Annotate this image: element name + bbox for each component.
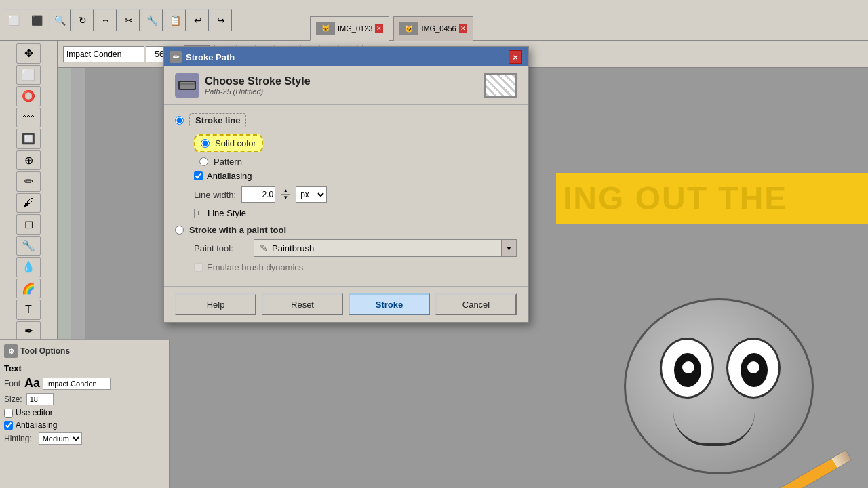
- tool-options-title: Tool Options: [20, 346, 70, 356]
- toolbar-btn-select[interactable]: ⬜: [3, 9, 24, 31]
- line-width-unit-select[interactable]: px mm in pt: [296, 186, 327, 203]
- solid-color-label: Solid color: [215, 138, 256, 148]
- char-eye-left-pupil: [674, 353, 701, 387]
- dialog-close-button[interactable]: ×: [509, 50, 522, 64]
- use-editor-row: Use editor: [4, 408, 165, 418]
- pattern-radio[interactable]: [199, 157, 208, 166]
- font-preview-aa: Aa: [24, 376, 40, 390]
- tool-fuzzy[interactable]: 🔲: [16, 129, 41, 149]
- tool-rect-select[interactable]: ⬜: [16, 65, 41, 85]
- tab-1-close[interactable]: ✕: [375, 24, 383, 33]
- hinting-select[interactable]: Medium: [39, 432, 82, 445]
- tab-1[interactable]: 🐱 IMG_0123 ✕: [310, 16, 389, 41]
- reset-button[interactable]: Reset: [262, 293, 343, 315]
- line-width-down[interactable]: ▼: [281, 195, 290, 201]
- stroke-line-radio[interactable]: [175, 116, 184, 125]
- tab-2-label: IMG_0456: [421, 24, 456, 33]
- tool-eraser[interactable]: ◻: [16, 214, 41, 235]
- emulate-brush-row: Emulate brush dynamics: [175, 262, 517, 272]
- tool-pencil[interactable]: ✏: [16, 171, 41, 192]
- tool-options-panel: ⚙ Tool Options Text Font Aa Size: Use ed…: [0, 339, 170, 488]
- paint-tool-dropdown-arrow[interactable]: ▼: [501, 240, 516, 256]
- dialog-header-subtitle: Path-25 (Untitled): [205, 87, 311, 96]
- use-editor-label: Use editor: [16, 408, 53, 418]
- font-name-input[interactable]: [63, 46, 144, 62]
- pattern-label: Pattern: [214, 157, 242, 167]
- tool-fill[interactable]: 💧: [16, 257, 41, 277]
- solid-color-radio[interactable]: [201, 139, 210, 148]
- tool-paintbrush[interactable]: 🖌: [16, 193, 41, 214]
- yellow-banner: ING OUT THE: [556, 173, 868, 224]
- help-button[interactable]: Help: [175, 293, 256, 315]
- tab-2-close[interactable]: ✕: [459, 24, 467, 33]
- line-style-row: + Line Style: [194, 208, 517, 218]
- dialog-header-text: Choose Stroke Style Path-25 (Untitled): [205, 75, 311, 96]
- yellow-banner-text: ING OUT THE: [563, 180, 787, 217]
- tool-arrow[interactable]: ✥: [16, 43, 41, 64]
- dialog-footer: Help Reset Stroke Cancel: [164, 286, 528, 322]
- line-width-input[interactable]: [241, 186, 275, 203]
- emulate-brush-label: Emulate brush dynamics: [207, 262, 303, 272]
- toolbar-btn-clone[interactable]: 📋: [164, 9, 186, 31]
- use-editor-checkbox[interactable]: [4, 409, 13, 418]
- toolbar-btn-rotate[interactable]: ↻: [72, 9, 94, 31]
- dialog-header-icon: [175, 73, 199, 98]
- toolbar-btn-heal[interactable]: 🔧: [141, 9, 163, 31]
- tabs-area: 🐱 IMG_0123 ✕ 🐱 IMG_0456 ✕: [310, 0, 475, 41]
- pencil-prop: [776, 449, 852, 488]
- paint-tool-dropdown[interactable]: ✎ Paintbrush ▼: [254, 239, 517, 257]
- hinting-row: Hinting: Medium: [4, 432, 165, 445]
- dialog-body: Stroke line Solid color Pattern Antialia…: [164, 105, 528, 286]
- tab-1-label: IMG_0123: [338, 24, 372, 33]
- tab-1-thumb: 🐱: [316, 22, 335, 35]
- toolbar-btn-flip[interactable]: ↔: [95, 9, 117, 31]
- stroke-line-suboptions: Solid color Pattern Antialiasing Line wi…: [175, 134, 517, 218]
- toolbar-btn-crop[interactable]: ✂: [118, 9, 140, 31]
- stroke-paint-section: Stroke with a paint tool Paint tool: ✎ P…: [175, 225, 517, 272]
- tool-gradient[interactable]: 🌈: [16, 279, 41, 299]
- size-row: Size:: [4, 393, 165, 405]
- stroke-button[interactable]: Stroke: [349, 293, 430, 315]
- stroke-paint-radio[interactable]: [175, 226, 184, 235]
- character-body: [624, 298, 814, 474]
- text-tool-label: Text: [4, 363, 22, 373]
- toolbar-btn-undo[interactable]: ↩: [187, 9, 209, 31]
- font-row: Font Aa: [4, 376, 165, 390]
- antialiasing-label: Antialiasing: [16, 420, 57, 430]
- stroke-line-label: Stroke line: [189, 113, 246, 127]
- stroke-paint-label: Stroke with a paint tool: [189, 225, 286, 235]
- line-style-expander[interactable]: +: [194, 209, 203, 218]
- pattern-radio-row: Pattern: [199, 157, 517, 167]
- cancel-button[interactable]: Cancel: [435, 293, 517, 315]
- toolbar-btn-redo[interactable]: ↪: [210, 9, 232, 31]
- tab-2-thumb: 🐱: [399, 22, 418, 35]
- tool-text[interactable]: T: [16, 300, 41, 320]
- dialog-header-left: Choose Stroke Style Path-25 (Untitled): [175, 73, 311, 98]
- toolbar-left-tools: ⬜ ⬛ 🔍 ↻ ↔ ✂ 🔧 📋 ↩ ↪: [3, 9, 232, 31]
- tool-ellipse-select[interactable]: ⭕: [16, 86, 41, 106]
- paint-tool-label: Paint tool:: [194, 243, 248, 253]
- char-eye-left: [660, 338, 714, 399]
- stroke-line-radio-row: Stroke line: [175, 113, 517, 127]
- char-eye-left-highlight: [682, 361, 694, 373]
- size-input[interactable]: [26, 393, 54, 405]
- tool-lasso[interactable]: 〰: [16, 108, 41, 128]
- tool-options-icon: ⚙: [4, 344, 18, 358]
- tab-2[interactable]: 🐱 IMG_0456 ✕: [393, 16, 473, 41]
- line-width-up[interactable]: ▲: [281, 188, 290, 195]
- antialiasing-dialog-row: Antialiasing: [194, 171, 517, 181]
- toolbar-btn-zoom[interactable]: 🔍: [49, 9, 71, 31]
- emulate-brush-checkbox[interactable]: [194, 263, 203, 272]
- tool-target[interactable]: ⊕: [16, 150, 41, 171]
- tool-path[interactable]: ✒: [16, 321, 41, 342]
- toolbar-btn-move[interactable]: ⬛: [26, 9, 47, 31]
- font-value-input[interactable]: [43, 378, 111, 390]
- top-toolbar: ⬜ ⬛ 🔍 ↻ ↔ ✂ 🔧 📋 ↩ ↪ 🐱 IMG_0123 ✕ 🐱 IMG_0…: [0, 0, 868, 41]
- antialiasing-checkbox[interactable]: [4, 421, 13, 430]
- antialiasing-dialog-checkbox[interactable]: [194, 171, 203, 180]
- paint-tool-value: Paintbrush: [272, 243, 314, 253]
- line-style-label: Line Style: [208, 208, 246, 218]
- stroke-preview-swatch: [484, 73, 517, 98]
- stroke-path-dialog: ✏ Stroke Path × Choose Stroke Style Path…: [163, 46, 529, 323]
- tool-heal[interactable]: 🔧: [16, 236, 41, 256]
